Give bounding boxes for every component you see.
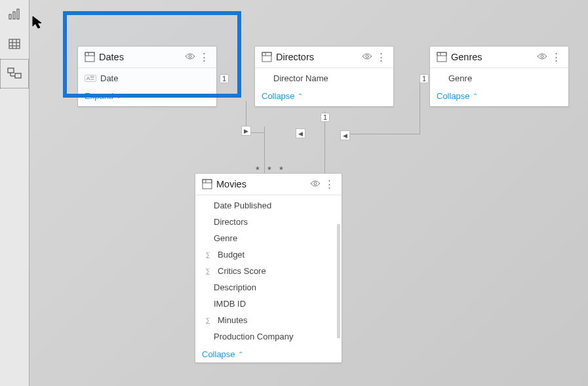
table-title: Movies	[216, 179, 306, 189]
field-row[interactable]: Production Company	[202, 330, 335, 343]
field-label: Description	[214, 282, 256, 292]
svg-rect-3	[9, 39, 20, 48]
table-header[interactable]: Directors ⋮	[255, 47, 393, 68]
svg-rect-22	[437, 52, 446, 56]
svg-point-24	[541, 55, 543, 58]
field-label: Budget	[218, 250, 245, 260]
field-label: Minutes	[218, 315, 248, 325]
field-label: Date	[100, 73, 118, 83]
table-title: Directors	[276, 52, 358, 62]
field-row[interactable]: Genre	[202, 232, 335, 244]
visibility-icon[interactable]	[537, 52, 547, 62]
visibility-icon[interactable]	[185, 52, 195, 62]
more-options-icon[interactable]: ⋮	[376, 54, 387, 60]
model-canvas[interactable]: 1 1 1 ▶ ◀ ◀ * * * Dates ⋮ A☰ Date Expand…	[29, 0, 588, 386]
field-label: Genre	[214, 233, 237, 243]
field-label: IMDB ID	[214, 299, 246, 309]
data-view-button[interactable]	[0, 29, 29, 59]
chevron-down-icon: ⌄	[116, 92, 121, 100]
table-card-genres[interactable]: Genres ⋮ Genre Collapse⌃	[429, 46, 569, 107]
svg-rect-14	[85, 52, 94, 56]
cardinality-one: 1	[220, 74, 229, 83]
field-row[interactable]: A☰ Date	[85, 72, 210, 85]
table-header[interactable]: Movies ⋮	[195, 174, 342, 195]
collapse-toggle[interactable]: Collapse⌃	[262, 88, 387, 104]
model-view-button[interactable]	[0, 59, 29, 88]
chevron-up-icon: ⌃	[473, 92, 478, 100]
table-icon	[437, 52, 447, 62]
table-icon	[262, 52, 272, 62]
field-label: Director Name	[273, 73, 328, 83]
relationship-arrow[interactable]: ▶	[241, 126, 251, 136]
field-label: Directors	[214, 217, 248, 227]
relationship-arrow[interactable]: ◀	[340, 130, 350, 140]
field-row[interactable]: Directors	[202, 216, 335, 228]
svg-rect-13	[85, 52, 94, 62]
chevron-up-icon: ⌃	[298, 92, 303, 100]
collapse-toggle[interactable]: Collapse⌃	[202, 347, 335, 362]
field-row[interactable]: Director Name	[262, 72, 387, 85]
table-card-directors[interactable]: Directors ⋮ Director Name Collapse⌃	[254, 46, 394, 107]
svg-rect-18	[262, 52, 271, 56]
table-card-dates[interactable]: Dates ⋮ A☰ Date Expand⌄	[77, 46, 217, 107]
cardinality-one: 1	[420, 74, 429, 83]
expand-toggle[interactable]: Expand⌄	[85, 88, 210, 104]
table-title: Genres	[451, 52, 533, 62]
model-icon	[7, 67, 22, 81]
svg-rect-8	[8, 68, 14, 73]
sigma-icon: ∑	[202, 267, 214, 275]
svg-rect-9	[15, 73, 21, 78]
table-icon	[8, 37, 21, 50]
svg-point-16	[189, 55, 191, 58]
field-label: Date Published	[214, 201, 271, 210]
more-options-icon[interactable]: ⋮	[199, 54, 210, 60]
table-header[interactable]: Genres ⋮	[430, 47, 568, 68]
relationship-arrow[interactable]: ◀	[296, 128, 305, 138]
report-view-button[interactable]	[0, 0, 29, 29]
table-title: Dates	[99, 52, 181, 62]
bar-chart-icon	[8, 8, 21, 21]
visibility-icon[interactable]	[310, 180, 321, 189]
field-row[interactable]: Date Published	[202, 199, 335, 212]
field-label: Genre	[448, 73, 472, 83]
more-options-icon[interactable]: ⋮	[324, 182, 335, 187]
svg-point-20	[366, 55, 368, 58]
table-header[interactable]: Dates ⋮	[78, 47, 216, 68]
visibility-icon[interactable]	[362, 52, 372, 62]
svg-rect-25	[203, 180, 212, 189]
field-label: Production Company	[214, 332, 293, 341]
scrollbar[interactable]	[337, 224, 340, 338]
cardinality-one: 1	[321, 113, 330, 122]
svg-rect-1	[13, 12, 15, 19]
table-icon	[85, 52, 95, 62]
svg-point-28	[314, 182, 317, 185]
field-row[interactable]: ∑Budget	[202, 248, 335, 261]
sigma-icon: ∑	[202, 317, 214, 324]
field-row[interactable]: ∑Minutes	[202, 314, 335, 326]
svg-rect-17	[262, 52, 271, 62]
svg-rect-0	[9, 14, 11, 19]
svg-rect-26	[203, 180, 212, 183]
svg-rect-2	[17, 9, 19, 19]
svg-rect-21	[437, 52, 446, 62]
field-row[interactable]: IMDB ID	[202, 298, 335, 310]
table-icon	[202, 179, 212, 189]
chevron-up-icon: ⌃	[238, 351, 243, 358]
view-sidebar	[0, 0, 29, 386]
sigma-icon: ∑	[202, 251, 214, 258]
mouse-cursor-icon	[32, 16, 47, 30]
table-card-movies[interactable]: Movies ⋮ Date Published Directors Genre …	[195, 173, 342, 363]
field-row[interactable]: ∑Critics Score	[202, 265, 335, 277]
text-type-icon: A☰	[85, 75, 96, 82]
more-options-icon[interactable]: ⋮	[551, 54, 562, 60]
field-row[interactable]: Description	[202, 281, 335, 294]
field-row[interactable]: Genre	[437, 72, 562, 85]
svg-marker-12	[33, 16, 41, 28]
collapse-toggle[interactable]: Collapse⌃	[437, 88, 562, 104]
field-label: Critics Score	[218, 266, 266, 276]
